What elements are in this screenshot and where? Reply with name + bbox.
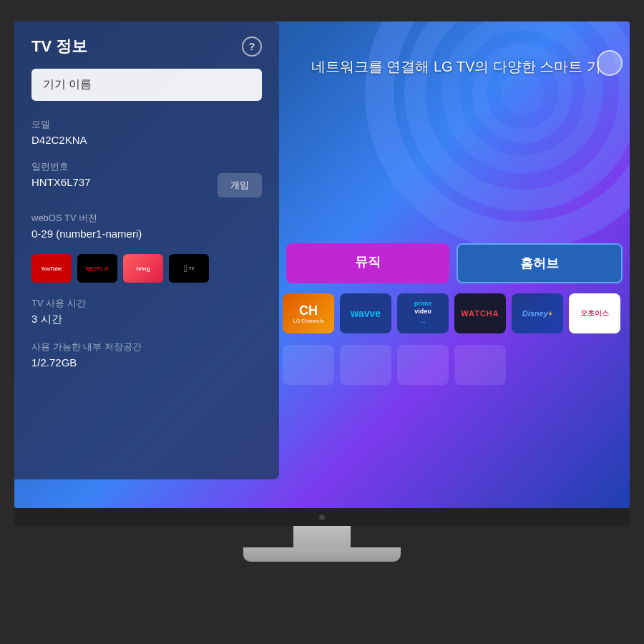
- device-name-field[interactable]: 기기 이름: [31, 69, 262, 101]
- bezel-indicator: [319, 514, 325, 520]
- netflix-label: NETFLIX: [86, 266, 109, 271]
- svg-point-4: [501, 72, 544, 114]
- tv-stand-neck: [293, 526, 351, 547]
- serial-label: 일련번호: [31, 160, 209, 173]
- header-text: 네트워크를 연결해 LG TV의 다양한 스마트 기: [311, 57, 601, 77]
- app-placeholder-1: [283, 345, 334, 385]
- storage-section: 사용 가능한 내부 저장공간 1/2.72GB: [31, 341, 262, 369]
- webos-label: webOS TV 버전: [31, 212, 262, 225]
- tv-stand-base: [243, 547, 401, 562]
- tv-screen: 네트워크를 연결해 LG TV의 다양한 스마트 기 뮤직 홈허브 CH LG …: [14, 21, 630, 508]
- apps-row: CH LG Channels wavve prime video → WATCH…: [283, 293, 626, 333]
- tv-bezel-bottom: [14, 508, 630, 526]
- usage-label: TV 사용 시간: [31, 297, 262, 310]
- app-prime-video[interactable]: prime video →: [397, 293, 449, 333]
- app-wavve[interactable]: wavve: [340, 293, 391, 333]
- app-disney-plus[interactable]: Disney+: [512, 293, 563, 333]
- webos-section: webOS TV 버전 0-29 (number1-nameri): [31, 212, 262, 240]
- tv-frame: 네트워크를 연결해 LG TV의 다양한 스마트 기 뮤직 홈허브 CH LG …: [0, 0, 644, 644]
- usage-section: TV 사용 시간 3 시간: [31, 297, 262, 326]
- apps-row-bottom: [283, 345, 626, 385]
- serial-value: HNTX6L737: [31, 176, 209, 188]
- youtube-label: YouTube: [42, 266, 62, 271]
- webos-value: 0-29 (number1-nameri): [31, 228, 262, 240]
- app-lg-channels[interactable]: CH LG Channels: [283, 293, 334, 333]
- tving-label: tving: [136, 265, 150, 272]
- storage-label: 사용 가능한 내부 저장공간: [31, 341, 262, 353]
- serial-info: 일련번호 HNTX6L737: [31, 160, 209, 188]
- panel-app-appletv[interactable]:  TV: [169, 254, 209, 283]
- panel-app-netflix[interactable]: NETFLIX: [77, 254, 117, 283]
- info-panel: TV 정보 ? 기기 이름 모델 D42C2KNA 일련번호 HNTX6L737…: [14, 21, 279, 479]
- appletv-label: TV: [189, 266, 195, 270]
- serial-copy-button[interactable]: 개임: [218, 173, 262, 197]
- app-placeholder-2: [340, 345, 391, 385]
- app-placeholder-4: [454, 345, 506, 385]
- usage-value: 3 시간: [31, 313, 262, 326]
- app-placeholder-3: [397, 345, 449, 385]
- circle-button[interactable]: [597, 50, 623, 76]
- panel-apps-row: YouTube NETFLIX tving  TV: [31, 254, 262, 283]
- panel-app-youtube[interactable]: YouTube: [31, 254, 72, 283]
- serial-section: 일련번호 HNTX6L737 개임: [31, 160, 262, 197]
- app-watcha[interactable]: WATCHA: [454, 293, 506, 333]
- help-button[interactable]: ?: [242, 36, 262, 57]
- model-label: 모델: [31, 118, 262, 131]
- panel-title: TV 정보 ?: [31, 36, 262, 57]
- category-row: 뮤직 홈허브: [286, 243, 623, 283]
- storage-value: 1/2.72GB: [31, 356, 262, 369]
- help-icon: ?: [249, 41, 255, 52]
- panel-title-text: TV 정보: [31, 36, 87, 57]
- app-ochois[interactable]: 오초이스: [569, 293, 620, 333]
- panel-app-tving[interactable]: tving: [123, 254, 163, 283]
- category-music[interactable]: 뮤직: [286, 243, 449, 283]
- model-value: D42C2KNA: [31, 134, 262, 146]
- model-section: 모델 D42C2KNA: [31, 118, 262, 146]
- category-homehub[interactable]: 홈허브: [457, 243, 623, 283]
